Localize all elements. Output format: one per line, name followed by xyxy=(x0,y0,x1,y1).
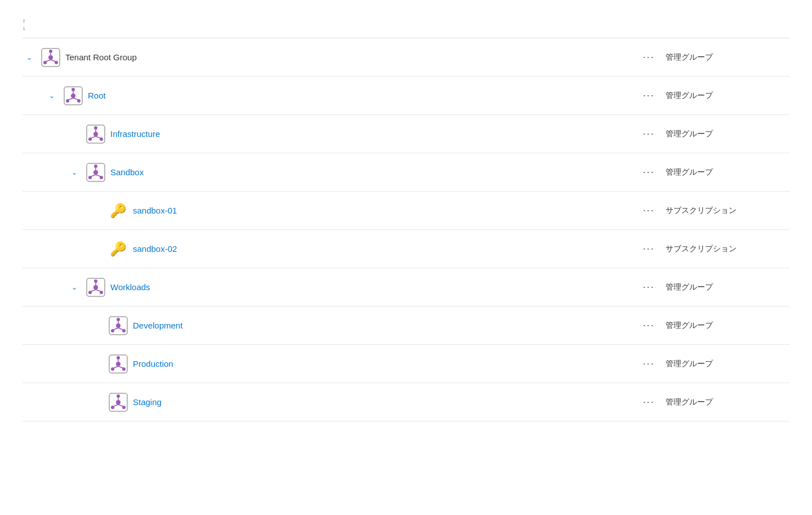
name-cell: ⌄ Tenant Root Group xyxy=(23,39,632,76)
subscription-icon: 🔑 xyxy=(108,239,128,259)
name-cell: ⌄ Root xyxy=(23,78,632,114)
more-options-button[interactable]: ··· xyxy=(632,166,666,178)
svg-point-42 xyxy=(117,318,120,321)
svg-point-58 xyxy=(117,394,120,398)
management-groups-table: ↑ ↓ ⌄ Tenant Root Group ··· 管理グ xyxy=(0,0,812,433)
chevron-icon[interactable]: ⌄ xyxy=(45,89,59,103)
item-label[interactable]: Staging xyxy=(133,397,162,407)
type-cell: 管理グループ xyxy=(666,52,789,63)
type-cell: 管理グループ xyxy=(666,359,789,369)
svg-point-2 xyxy=(49,50,52,53)
key-icon: 🔑 xyxy=(110,203,127,219)
type-cell: 管理グループ xyxy=(666,282,789,292)
chevron-icon[interactable]: ⌄ xyxy=(23,51,36,64)
more-options-button[interactable]: ··· xyxy=(632,51,666,63)
table-row: Infrastructure ··· 管理グループ xyxy=(23,115,789,153)
management-group-icon xyxy=(63,86,83,106)
svg-line-54 xyxy=(114,366,118,368)
more-options-button[interactable]: ··· xyxy=(632,205,666,216)
table-row: 🔑 sandbox-01 ··· サブスクリプション xyxy=(23,192,789,230)
svg-point-34 xyxy=(94,279,97,283)
rows-container: ⌄ Tenant Root Group ··· 管理グループ ⌄ xyxy=(23,38,789,421)
type-cell: 管理グループ xyxy=(666,167,789,177)
more-options-button[interactable]: ··· xyxy=(632,243,666,255)
table-row: ⌄ Workloads ··· 管理グループ xyxy=(23,268,789,307)
svg-line-31 xyxy=(96,175,100,176)
table-row: Development ··· 管理グループ xyxy=(23,307,789,345)
svg-point-18 xyxy=(94,126,97,130)
management-group-icon xyxy=(108,316,128,336)
item-label: Tenant Root Group xyxy=(65,52,137,62)
type-cell: 管理グループ xyxy=(666,321,789,331)
management-group-icon xyxy=(41,47,61,68)
svg-line-38 xyxy=(91,290,96,291)
name-cell: Staging xyxy=(23,384,632,420)
more-options-button[interactable]: ··· xyxy=(632,319,666,331)
svg-point-25 xyxy=(93,170,98,175)
item-label[interactable]: Root xyxy=(88,91,106,100)
management-group-icon xyxy=(108,354,128,374)
name-cell: Infrastructure xyxy=(23,116,632,152)
svg-point-26 xyxy=(94,165,97,168)
subscription-icon: 🔑 xyxy=(108,201,128,221)
management-group-icon xyxy=(86,277,106,298)
svg-line-6 xyxy=(46,60,51,61)
svg-point-41 xyxy=(116,323,121,328)
svg-line-30 xyxy=(91,175,96,176)
svg-point-57 xyxy=(116,400,121,405)
svg-point-1 xyxy=(48,55,53,60)
table-row: ⌄ Root ··· 管理グループ xyxy=(23,77,789,115)
table-row: ⌄ Sandbox ··· 管理グループ xyxy=(23,153,789,192)
more-options-button[interactable]: ··· xyxy=(632,358,666,370)
svg-point-9 xyxy=(71,94,75,98)
table-row: ⌄ Tenant Root Group ··· 管理グループ xyxy=(23,38,789,77)
svg-line-39 xyxy=(96,290,100,291)
item-label[interactable]: Development xyxy=(133,321,182,330)
more-options-button[interactable]: ··· xyxy=(632,281,666,293)
name-column-header[interactable]: ↑ ↓ xyxy=(23,18,632,31)
item-label[interactable]: Infrastructure xyxy=(110,129,160,139)
svg-line-15 xyxy=(73,98,78,100)
name-cell: ⌄ Workloads xyxy=(23,269,632,305)
type-cell: 管理グループ xyxy=(666,91,789,101)
more-options-button[interactable]: ··· xyxy=(632,90,666,101)
svg-line-47 xyxy=(118,328,123,330)
name-cell: Development xyxy=(23,308,632,344)
type-cell: サブスクリプション xyxy=(666,206,789,216)
svg-line-62 xyxy=(114,405,118,406)
management-group-icon xyxy=(108,392,128,412)
sort-icon[interactable]: ↑ ↓ xyxy=(23,18,26,31)
svg-point-33 xyxy=(93,285,98,290)
more-options-button[interactable]: ··· xyxy=(632,396,666,408)
type-cell: 管理グループ xyxy=(666,129,789,139)
chevron-icon[interactable]: ⌄ xyxy=(68,281,81,294)
table-row: Production ··· 管理グループ xyxy=(23,345,789,383)
svg-point-49 xyxy=(116,362,121,366)
svg-line-55 xyxy=(118,366,123,368)
table-row: 🔑 sandbox-02 ··· サブスクリプション xyxy=(23,230,789,268)
name-cell: ⌄ Sandbox xyxy=(23,154,632,190)
svg-point-50 xyxy=(117,356,120,359)
more-options-button[interactable]: ··· xyxy=(632,128,666,140)
chevron-icon[interactable]: ⌄ xyxy=(68,166,81,179)
svg-line-46 xyxy=(114,328,118,330)
name-cell: 🔑 sandbox-02 xyxy=(23,231,632,267)
table-header: ↑ ↓ xyxy=(23,11,789,38)
table-row: Staging ··· 管理グループ xyxy=(23,383,789,421)
svg-line-22 xyxy=(91,136,96,138)
svg-line-63 xyxy=(118,405,123,406)
key-icon: 🔑 xyxy=(110,241,127,257)
management-group-icon xyxy=(86,124,106,144)
item-label[interactable]: Sandbox xyxy=(110,167,144,177)
management-group-icon xyxy=(86,162,106,183)
item-label[interactable]: sandbox-02 xyxy=(133,244,177,254)
svg-point-10 xyxy=(72,88,75,91)
type-cell: サブスクリプション xyxy=(666,244,789,254)
item-label[interactable]: Workloads xyxy=(110,282,150,292)
svg-line-23 xyxy=(96,136,100,138)
item-label[interactable]: Production xyxy=(133,359,173,369)
item-label[interactable]: sandbox-01 xyxy=(133,206,177,215)
svg-line-14 xyxy=(69,98,73,100)
name-cell: Production xyxy=(23,346,632,382)
svg-point-17 xyxy=(93,132,98,136)
